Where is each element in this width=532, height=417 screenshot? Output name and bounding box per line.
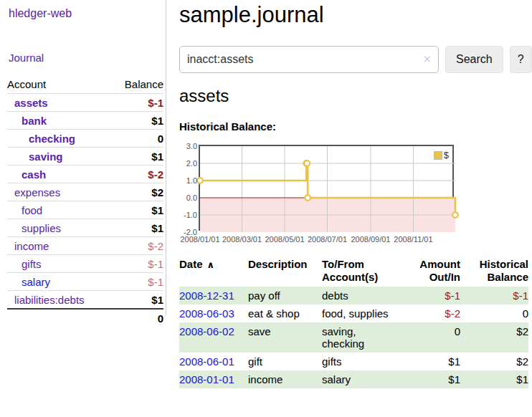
- register-accounts: debts: [322, 287, 397, 305]
- column-label: Date: [179, 258, 203, 270]
- register-description: pay off: [248, 287, 322, 305]
- sidebar-account-cash[interactable]: cash: [7, 168, 46, 181]
- register-description: income: [248, 370, 322, 388]
- brand-link[interactable]: hledger-web: [9, 7, 72, 20]
- account-balance: 0: [158, 133, 163, 145]
- chart-legend: $: [433, 149, 450, 161]
- account-balance: $-2: [148, 240, 163, 252]
- sidebar-account-checking[interactable]: checking: [7, 133, 75, 145]
- x-axis-tick-label: 2008/09/01: [348, 235, 394, 244]
- column-label-line2: Account(s): [322, 271, 397, 284]
- column-label-line2: Balance: [460, 271, 528, 284]
- series-color-swatch: [434, 151, 442, 160]
- account-balance: $-2: [148, 168, 163, 181]
- main-content: sample.journal ✕ Search ? assets Histori…: [179, 0, 532, 417]
- column-label: Historical: [480, 258, 528, 270]
- register-description: gift: [248, 353, 322, 370]
- y-axis-tick-label: -1.0: [179, 211, 197, 219]
- x-axis-tick-label: 2008/01/01: [177, 235, 223, 244]
- x-axis-tick-label: 2008/11/01: [390, 235, 436, 244]
- clear-search-icon[interactable]: ✕: [422, 53, 432, 66]
- nav-journal-link[interactable]: Journal: [9, 52, 44, 64]
- chart-heading: Historical Balance:: [179, 120, 276, 133]
- register-amount: $-1: [397, 287, 460, 305]
- register-balance: 0: [460, 305, 528, 322]
- account-balance: $-1: [148, 258, 163, 270]
- search-form: ✕ Search ?: [179, 46, 532, 73]
- sidebar-account-row: expenses$2: [7, 183, 163, 201]
- sidebar-account-assets[interactable]: assets: [7, 97, 48, 109]
- sidebar-account-row: salary$-1: [7, 272, 163, 290]
- search-button[interactable]: Search: [445, 46, 503, 73]
- sidebar-account-row: liabilities:debts$1: [7, 290, 163, 308]
- sidebar-account-row: food$1: [7, 201, 163, 219]
- y-axis-tick-label: 3.0: [179, 142, 197, 150]
- sidebar: hledger-web Journal Account Balance asse…: [0, 0, 166, 315]
- column-label: Description: [248, 258, 308, 270]
- register-date-link[interactable]: 2008-12-31: [179, 289, 234, 302]
- chart-plot-area: $: [199, 145, 454, 231]
- column-label-line2: Out/In: [397, 271, 460, 284]
- register-col-to-from: To/FromAccount(s): [322, 257, 397, 287]
- column-label: Amount: [419, 258, 460, 270]
- register-row: 2008-06-03eat & shopfood, supplies$-20: [179, 305, 528, 322]
- register-accounts: food, supplies: [322, 305, 397, 322]
- help-button[interactable]: ?: [510, 46, 532, 73]
- accounts-col-balance: Balance: [125, 78, 163, 90]
- register-description: save: [248, 322, 322, 353]
- register-description: eat & shop: [248, 305, 322, 322]
- hledger-web-app: hledger-web Journal Account Balance asse…: [0, 0, 532, 417]
- register-amount: 0: [397, 322, 460, 353]
- sidebar-account-supplies[interactable]: supplies: [7, 222, 61, 234]
- register-col-date[interactable]: Date∧: [179, 257, 248, 287]
- x-axis-tick-label: 2008/05/01: [262, 235, 308, 244]
- register-row: 2008-06-01giftgifts$1$2: [179, 353, 528, 370]
- register-balance: $1: [460, 370, 528, 388]
- register-amount: $1: [397, 353, 460, 370]
- account-balance: $2: [151, 186, 163, 198]
- sidebar-account-row: assets$-1: [7, 93, 163, 111]
- search-box: ✕: [179, 46, 439, 73]
- accounts-table-header: Account Balance: [7, 75, 163, 93]
- series-label: $: [444, 150, 449, 160]
- x-axis-tick-label: 2008/07/01: [305, 235, 351, 244]
- sidebar-account-saving[interactable]: saving: [7, 150, 63, 163]
- register-header-row: Date∧DescriptionTo/FromAccount(s)AmountO…: [179, 257, 528, 287]
- accounts-total-row: 0: [7, 308, 163, 327]
- sidebar-account-expenses[interactable]: expenses: [7, 186, 60, 198]
- register-balance: $2: [460, 322, 528, 353]
- accounts-table: Account Balance assets$-1bank$1checking0…: [7, 75, 163, 327]
- register-date-link[interactable]: 2008-06-03: [179, 307, 234, 320]
- sidebar-account-salary[interactable]: salary: [7, 276, 50, 288]
- register-amount: $-2: [397, 305, 460, 322]
- sidebar-account-row: saving$1: [7, 147, 163, 165]
- sidebar-account-row: gifts$-1: [7, 254, 163, 272]
- register-balance: $-1: [460, 287, 528, 305]
- register-col-amount: AmountOut/In: [397, 257, 460, 287]
- register-row: 2008-06-02savesaving, checking0$2: [179, 322, 528, 353]
- sidebar-account-bank[interactable]: bank: [7, 115, 47, 127]
- register-col-historical: HistoricalBalance: [460, 257, 528, 287]
- y-axis-tick-label: 0.0: [179, 193, 197, 202]
- search-input[interactable]: [179, 46, 439, 73]
- historical-balance-chart: $ 3.02.01.00.0-1.0-2.0 2008/01/012008/03…: [179, 140, 532, 249]
- accounts-col-account: Account: [7, 78, 46, 90]
- accounts-total-value: 0: [158, 312, 163, 325]
- register-accounts: salary: [322, 370, 397, 388]
- register-date-link[interactable]: 2008-06-02: [179, 325, 234, 337]
- y-axis-tick-label: 1.0: [179, 176, 197, 185]
- register-table: Date∧DescriptionTo/FromAccount(s)AmountO…: [179, 257, 528, 388]
- register-accounts: gifts: [322, 353, 397, 370]
- sidebar-account-row: checking0: [7, 129, 163, 147]
- account-balance: $1: [151, 222, 163, 234]
- sidebar-account-food[interactable]: food: [7, 204, 42, 216]
- sidebar-account-gifts[interactable]: gifts: [7, 258, 42, 270]
- sidebar-account-income[interactable]: income: [7, 240, 49, 252]
- register-date-link[interactable]: 2008-01-01: [179, 373, 234, 385]
- register-date-link[interactable]: 2008-06-01: [179, 355, 234, 368]
- sidebar-account-row: income$-2: [7, 236, 163, 254]
- y-axis-tick-label: 2.0: [179, 159, 197, 168]
- column-label: To/From: [322, 258, 364, 270]
- register-balance: $2: [460, 353, 528, 370]
- sidebar-account-liabilities-debts[interactable]: liabilities:debts: [7, 294, 85, 306]
